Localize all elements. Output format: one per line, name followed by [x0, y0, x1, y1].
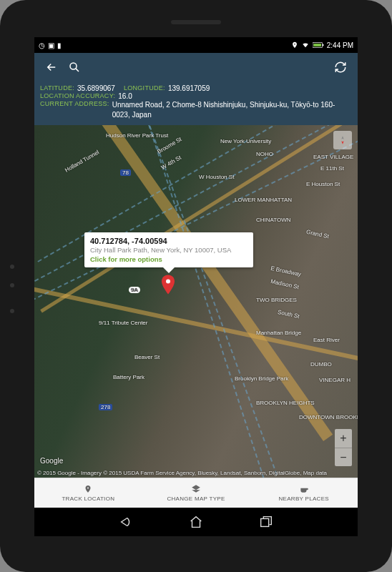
map-label: Holland Tunnel [64, 149, 100, 173]
map-label: VINEGAR H [319, 377, 351, 383]
notification-icon: ◷ [39, 41, 45, 49]
back-button[interactable] [40, 56, 63, 79]
tablet-frame: ◷ ▣ ▮ 2:44 PM L [0, 0, 392, 572]
coffee-icon [299, 484, 309, 494]
map-marker[interactable] [162, 275, 175, 287]
accuracy-label: LOCATION ACCURACY: [40, 92, 115, 100]
map-label: 278 [99, 404, 112, 410]
location-pin-icon [84, 484, 92, 494]
map-label: DUMBO [310, 361, 332, 368]
system-nav-bar [34, 508, 358, 536]
tablet-sensor [10, 265, 14, 269]
map-label: Hudson River Park Trust [106, 132, 168, 139]
nav-back-button[interactable] [116, 512, 136, 532]
action-label: NEARBY PLACES [278, 495, 328, 502]
map-label: TWO BRIDGES [256, 297, 297, 303]
map-label: DOWNTOWN BROOKLYN [299, 414, 358, 420]
refresh-button[interactable] [329, 56, 352, 79]
search-button[interactable] [63, 56, 86, 79]
zoom-out-button[interactable]: − [335, 448, 352, 466]
accuracy-value: 16.0 [118, 92, 132, 100]
longitude-value: 139.6917059 [168, 84, 210, 92]
status-bar: ◷ ▣ ▮ 2:44 PM [34, 37, 358, 53]
map-label: EAST VILLAGE [313, 154, 353, 160]
location-info-panel: LATITUDE: 35.6899067 LONGITUDE: 139.6917… [34, 82, 358, 125]
screen: ◷ ▣ ▮ 2:44 PM L [34, 37, 358, 536]
map-label: W 4th St [160, 154, 182, 171]
svg-rect-2 [323, 44, 323, 46]
map-label: W Houston St [199, 174, 234, 180]
map-label: Beaver St [134, 354, 160, 360]
map-label: 9A [129, 287, 140, 293]
callout-title: 40.712784, -74.00594 [90, 237, 248, 245]
nav-recents-button[interactable] [256, 512, 276, 532]
svg-point-4 [166, 280, 170, 284]
callout-subtitle: City Hall Park Path, New York, NY 10007,… [90, 246, 248, 254]
address-value: Unnamed Road, 2 Chome-8 Nishishinjuku, S… [112, 100, 352, 119]
zoom-in-button[interactable]: + [335, 429, 352, 448]
status-left-icons: ◷ ▣ ▮ [39, 41, 62, 49]
svg-rect-5 [261, 518, 269, 526]
map-label: Google [40, 457, 63, 465]
map-label: Broome St [156, 136, 182, 155]
tablet-sensor [10, 283, 14, 287]
map-label: 9/11 Tribute Center [99, 320, 147, 326]
battery-icon [313, 41, 324, 49]
latitude-label: LATITUDE: [40, 84, 74, 92]
tablet-speaker [171, 20, 221, 24]
map-attribution: © 2015 Google - Imagery © 2015 USDA Farm… [37, 470, 327, 476]
adb-icon: ▮ [57, 41, 62, 49]
map-label: Madison St [270, 278, 300, 290]
svg-rect-1 [313, 44, 321, 46]
map-label: NOHO [256, 151, 273, 157]
map-label: BROOKLYN HEIGHTS [256, 400, 315, 406]
action-label: TRACK LOCATION [62, 495, 114, 502]
map-label: LOWER MANHATTAN [235, 197, 292, 203]
status-right-icons: 2:44 PM [291, 41, 353, 49]
map-label: E Houston St [306, 181, 340, 187]
map-canvas[interactable]: Hudson River Park Trust Holland Tunnel N… [34, 125, 358, 478]
map-label: Brooklyn Bridge Park [235, 375, 288, 382]
change-map-type-button[interactable]: CHANGE MAP TYPE [142, 478, 250, 508]
map-callout[interactable]: 40.712784, -74.00594 City Hall Park Path… [84, 232, 253, 267]
wifi-icon [301, 41, 310, 49]
map-label: Manhattan Bridge [256, 330, 301, 336]
map-label: Battery Park [113, 374, 144, 380]
map-label: CHINATOWN [256, 217, 291, 223]
map-label: East River [313, 337, 340, 343]
track-location-button[interactable]: TRACK LOCATION [34, 478, 142, 508]
callout-more-link[interactable]: Click for more options [90, 255, 248, 263]
location-icon [291, 41, 298, 49]
nearby-places-button[interactable]: NEARBY PLACES [250, 478, 358, 508]
address-label: CURRENT ADDRESS: [40, 100, 109, 107]
layers-icon [191, 484, 201, 494]
app-toolbar [34, 53, 358, 82]
compass-button[interactable] [333, 131, 352, 149]
camera-icon: ▣ [48, 41, 54, 49]
status-time: 2:44 PM [327, 41, 353, 49]
map-label: Grand St [305, 229, 329, 240]
bottom-action-bar: TRACK LOCATION CHANGE MAP TYPE NEARBY PL… [34, 478, 358, 508]
zoom-controls: + − [335, 429, 352, 466]
longitude-label: LONGITUDE: [124, 84, 165, 92]
map-label: New York University [220, 138, 271, 144]
latitude-value: 35.6899067 [77, 84, 115, 92]
svg-point-3 [70, 63, 77, 69]
map-label: South St [277, 309, 300, 320]
action-label: CHANGE MAP TYPE [167, 495, 225, 502]
map-label: E Broadway [270, 265, 302, 278]
tablet-sensor [10, 309, 14, 313]
map-label: 78 [120, 169, 131, 176]
map-label: E 11th St [320, 165, 344, 172]
nav-home-button[interactable] [186, 512, 206, 532]
